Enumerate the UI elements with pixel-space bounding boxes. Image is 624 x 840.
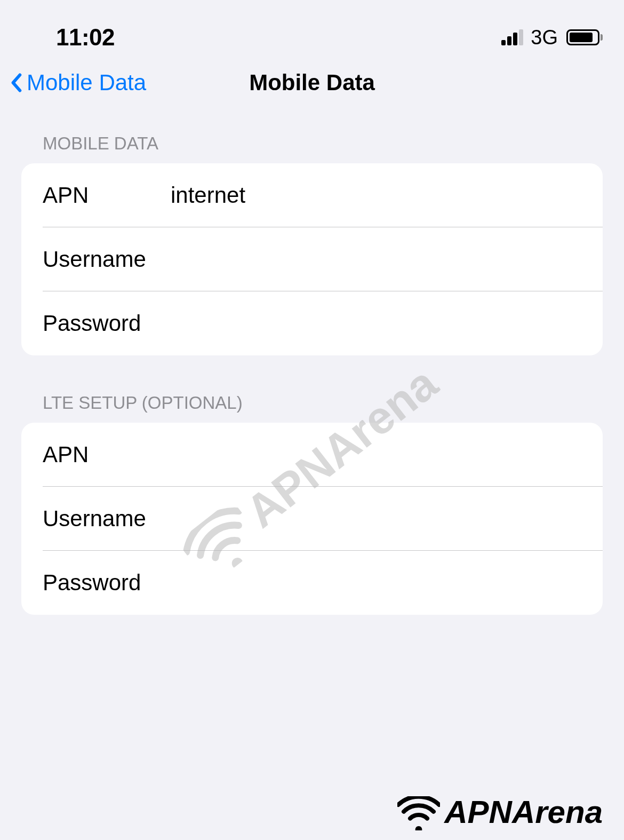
watermark-text: APNArena — [444, 794, 603, 830]
page-title: Mobile Data — [249, 70, 375, 96]
input-mobile-data-apn[interactable] — [171, 183, 581, 208]
label-password: Password — [43, 311, 171, 336]
card-lte-setup: APN Username Password — [21, 423, 603, 615]
input-lte-username[interactable] — [171, 506, 581, 532]
label-username: Username — [43, 247, 171, 272]
input-mobile-data-password[interactable] — [171, 311, 581, 336]
input-lte-password[interactable] — [171, 570, 581, 596]
input-lte-apn[interactable] — [171, 442, 581, 467]
status-bar: 11:02 3G — [0, 0, 624, 67]
battery-icon — [566, 29, 603, 45]
label-apn: APN — [43, 183, 171, 208]
label-username: Username — [43, 506, 171, 532]
row-mobile-data-password[interactable]: Password — [21, 291, 603, 355]
row-mobile-data-username[interactable]: Username — [21, 227, 603, 291]
section-header-lte-setup: LTE SETUP (OPTIONAL) — [0, 355, 624, 423]
row-lte-apn[interactable]: APN — [21, 423, 603, 487]
network-type: 3G — [531, 26, 558, 49]
watermark-bottom: APNArena — [397, 794, 603, 830]
label-apn: APN — [43, 442, 171, 467]
status-indicators: 3G — [501, 26, 603, 49]
input-mobile-data-username[interactable] — [171, 247, 581, 272]
card-mobile-data: APN Username Password — [21, 163, 603, 355]
back-label: Mobile Data — [27, 70, 146, 96]
row-lte-username[interactable]: Username — [21, 487, 603, 551]
section-header-mobile-data: MOBILE DATA — [0, 96, 624, 163]
navigation-bar: Mobile Data Mobile Data — [0, 67, 624, 96]
cellular-signal-icon — [501, 29, 523, 45]
row-mobile-data-apn[interactable]: APN — [21, 163, 603, 227]
chevron-left-icon — [5, 69, 27, 96]
label-password: Password — [43, 570, 171, 596]
back-button[interactable]: Mobile Data — [5, 69, 146, 96]
status-time: 11:02 — [56, 24, 115, 51]
row-lte-password[interactable]: Password — [21, 551, 603, 615]
wifi-icon — [397, 796, 440, 828]
